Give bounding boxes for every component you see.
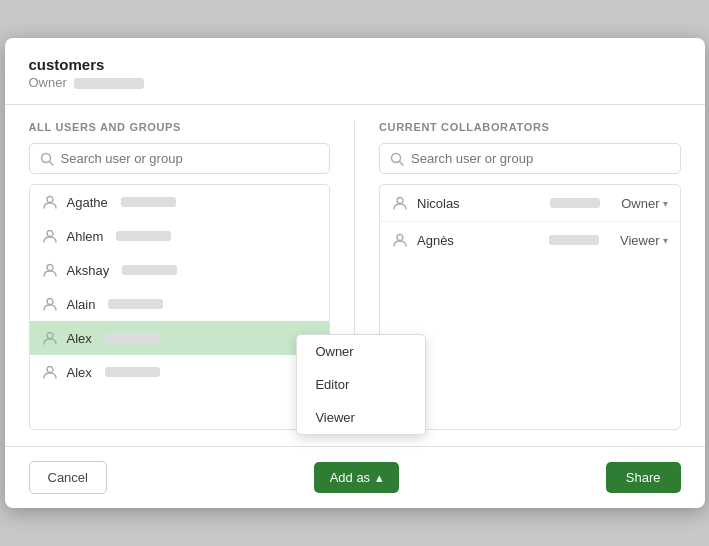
right-panel-label: CURRENT COLLABORATORS	[379, 121, 681, 133]
collaborator-item: Agnès Viewer ▾	[380, 222, 680, 258]
left-search-box[interactable]	[29, 143, 331, 174]
svg-point-4	[47, 265, 53, 271]
user-list-inner[interactable]: Agathe Ahlem Akshay Alain Alex	[30, 185, 330, 389]
modal-header: customers Owner	[5, 38, 705, 105]
svg-point-6	[47, 333, 53, 339]
add-as-chevron-icon: ▴	[376, 470, 383, 485]
modal-footer: Cancel Add as ▴ OwnerEditorViewer Share	[5, 446, 705, 508]
search-icon-right	[390, 152, 404, 166]
user-item[interactable]: Alain	[30, 287, 330, 321]
right-search-input[interactable]	[411, 151, 670, 166]
cancel-button[interactable]: Cancel	[29, 461, 107, 494]
user-email-blurred	[116, 231, 171, 241]
collab-email-blurred	[549, 235, 599, 245]
svg-point-10	[397, 198, 403, 204]
dropdown-item-owner[interactable]: Owner	[297, 335, 425, 368]
collab-user-icon	[392, 195, 408, 211]
add-as-button[interactable]: Add as ▴	[314, 462, 399, 493]
user-email-blurred	[105, 367, 160, 377]
svg-point-2	[47, 197, 53, 203]
add-as-container: Add as ▴ OwnerEditorViewer	[314, 462, 399, 493]
user-name: Akshay	[67, 263, 110, 278]
user-item[interactable]: Alex	[30, 321, 330, 355]
user-name: Alex	[67, 331, 92, 346]
user-name: Ahlem	[67, 229, 104, 244]
user-icon	[42, 194, 58, 210]
user-icon	[42, 262, 58, 278]
left-search-input[interactable]	[61, 151, 320, 166]
right-search-box[interactable]	[379, 143, 681, 174]
subtitle-prefix: Owner	[29, 75, 67, 90]
dropdown-item-viewer[interactable]: Viewer	[297, 401, 425, 434]
svg-line-9	[400, 161, 404, 165]
collaborator-item: Nicolas Owner ▾	[380, 185, 680, 222]
collab-name: Nicolas	[417, 196, 541, 211]
modal-title: customers	[29, 56, 681, 73]
user-icon	[42, 364, 58, 380]
svg-point-5	[47, 299, 53, 305]
user-email-blurred	[122, 265, 177, 275]
chevron-down-icon: ▾	[663, 235, 668, 246]
user-list: Agathe Ahlem Akshay Alain Alex	[29, 184, 331, 430]
owner-name-blurred	[74, 78, 144, 89]
user-email-blurred	[121, 197, 176, 207]
user-icon	[42, 330, 58, 346]
user-item[interactable]: Akshay	[30, 253, 330, 287]
left-panel: ALL USERS AND GROUPS Agathe	[29, 121, 331, 430]
user-email-blurred	[108, 299, 163, 309]
user-item[interactable]: Ahlem	[30, 219, 330, 253]
user-email-blurred	[105, 333, 160, 343]
left-panel-label: ALL USERS AND GROUPS	[29, 121, 331, 133]
user-name: Agathe	[67, 195, 108, 210]
modal-overlay: customers Owner ALL USERS AND GROUPS	[0, 0, 709, 546]
collab-email-blurred	[550, 198, 600, 208]
svg-point-11	[397, 235, 403, 241]
user-item[interactable]: Alex	[30, 355, 330, 389]
share-modal: customers Owner ALL USERS AND GROUPS	[5, 38, 705, 508]
collab-name: Agnès	[417, 233, 540, 248]
svg-point-3	[47, 231, 53, 237]
collab-role-selector[interactable]: Viewer ▾	[620, 233, 668, 248]
share-button[interactable]: Share	[606, 462, 681, 493]
user-name: Alain	[67, 297, 96, 312]
user-item[interactable]: Agathe	[30, 185, 330, 219]
add-as-label: Add as	[330, 470, 370, 485]
collab-role-selector[interactable]: Owner ▾	[621, 196, 667, 211]
chevron-down-icon: ▾	[663, 198, 668, 209]
user-name: Alex	[67, 365, 92, 380]
svg-line-1	[49, 161, 53, 165]
user-icon	[42, 228, 58, 244]
add-as-dropdown: OwnerEditorViewer	[296, 334, 426, 435]
dropdown-item-editor[interactable]: Editor	[297, 368, 425, 401]
search-icon-left	[40, 152, 54, 166]
svg-point-7	[47, 367, 53, 373]
collab-user-icon	[392, 232, 408, 248]
user-icon	[42, 296, 58, 312]
modal-subtitle: Owner	[29, 75, 681, 90]
collaborator-list-inner: Nicolas Owner ▾ Agnès Viewer ▾	[380, 185, 680, 258]
